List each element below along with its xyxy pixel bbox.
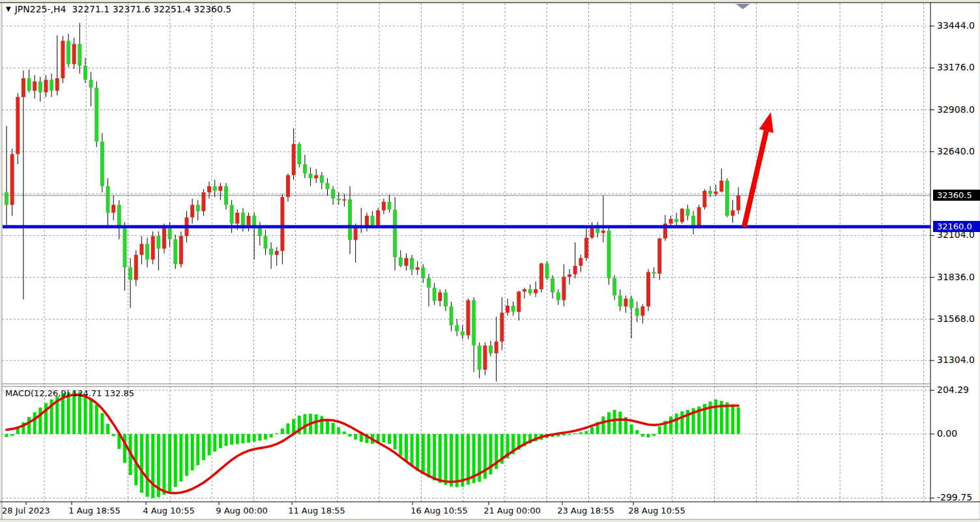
macd-histogram-bar (613, 410, 616, 434)
macd-histogram-bar (461, 434, 464, 487)
candle-body (399, 257, 403, 266)
candle-body (207, 186, 211, 193)
macd-histogram-bar (10, 434, 14, 436)
candle-body (657, 239, 661, 274)
candle-body (540, 263, 543, 289)
candle-body (263, 236, 267, 248)
macd-histogram-bar (731, 405, 734, 434)
candle-body (139, 244, 143, 255)
macd-histogram-bar (106, 424, 109, 434)
candle-body (714, 192, 718, 194)
macd-histogram-bar (27, 417, 31, 434)
candle-body (122, 228, 126, 267)
candle-body (607, 231, 611, 278)
macd-histogram-bar (258, 434, 261, 441)
macd-histogram-bar (416, 434, 419, 471)
candle-body (652, 272, 656, 273)
macd-histogram-bar (669, 416, 672, 434)
candle-body (342, 199, 346, 201)
candle-body (512, 306, 515, 312)
candle-body (483, 345, 487, 370)
candle-body (545, 263, 549, 278)
candle-body (106, 186, 110, 213)
candle-body (450, 306, 454, 325)
candle-body (280, 197, 284, 251)
macd-histogram-bar (646, 434, 650, 437)
macd-histogram-bar (635, 430, 639, 434)
candle-body (495, 341, 498, 353)
macd-histogram-bar (72, 391, 76, 434)
support-line[interactable] (3, 225, 930, 228)
macd-histogram-bar (247, 434, 250, 442)
up-arrow-head[interactable] (759, 112, 773, 133)
candle-body (213, 186, 217, 191)
candle-body (173, 239, 177, 264)
candle-body (286, 175, 290, 197)
candle-body (241, 212, 245, 225)
candle-body (697, 207, 701, 227)
macd-histogram-bar (737, 407, 740, 434)
macd-histogram-bar (562, 434, 566, 435)
candle-body (731, 210, 735, 216)
macd-histogram-bar (641, 434, 644, 437)
macd-histogram-bar (444, 434, 447, 485)
candle-body (641, 306, 644, 315)
candle-body (461, 332, 465, 336)
macd-histogram-bar (652, 434, 656, 436)
macd-histogram-bar (584, 431, 588, 434)
candle-body (5, 192, 8, 205)
candle-body (612, 278, 616, 295)
candle-body (472, 300, 476, 346)
macd-histogram-bar (174, 434, 177, 487)
candle-body (506, 306, 510, 313)
macd-histogram-bar (213, 434, 216, 452)
macd-histogram-bar (219, 434, 222, 448)
candle-body (134, 255, 138, 280)
candle-body (235, 212, 239, 224)
candle-body (111, 205, 115, 212)
candle-body (83, 66, 87, 80)
macd-histogram-bar (281, 428, 284, 434)
macd-histogram-bar (601, 416, 605, 434)
candle-body (354, 227, 358, 240)
candle-body (61, 41, 65, 79)
macd-histogram-bar (168, 434, 171, 491)
candle-body (691, 216, 695, 227)
candle-body (500, 313, 504, 341)
macd-histogram-bar (568, 434, 571, 435)
macd-histogram-bar (241, 434, 244, 443)
candle-body (348, 199, 352, 240)
candle-body (624, 298, 627, 306)
macd-histogram-bar (354, 434, 357, 440)
macd-histogram-bar (236, 434, 239, 444)
macd-histogram-bar (343, 431, 346, 434)
macd-histogram-bar (275, 433, 278, 434)
macd-histogram-bar (450, 434, 453, 487)
macd-histogram-bar (630, 424, 633, 434)
macd-histogram-bar (78, 392, 81, 434)
candle-body (629, 298, 633, 308)
macd-histogram-bar (422, 434, 425, 474)
macd-histogram-bar (573, 433, 577, 434)
candle-body (489, 345, 493, 353)
macd-histogram-bar (202, 434, 205, 460)
macd-histogram-bar (658, 426, 661, 434)
macd-histogram-bar (112, 434, 115, 436)
macd-histogram-bar (67, 392, 70, 434)
candle-body (44, 80, 48, 92)
macd-histogram-bar (196, 434, 199, 465)
candle-body (528, 289, 532, 293)
macd-histogram-bar (179, 434, 182, 482)
up-arrow-shaft[interactable] (744, 131, 766, 227)
chart-canvas[interactable] (0, 0, 980, 522)
macd-histogram-bar (89, 399, 93, 434)
macd-histogram-bar (590, 428, 594, 434)
macd-histogram-bar (123, 434, 126, 463)
candle-body (269, 248, 273, 255)
candle-body (309, 173, 313, 178)
candle-body (635, 308, 639, 316)
macd-histogram-bar (264, 434, 267, 440)
candle-body (78, 44, 81, 66)
macd-histogram-bar (399, 434, 402, 456)
candle-body (646, 272, 650, 306)
